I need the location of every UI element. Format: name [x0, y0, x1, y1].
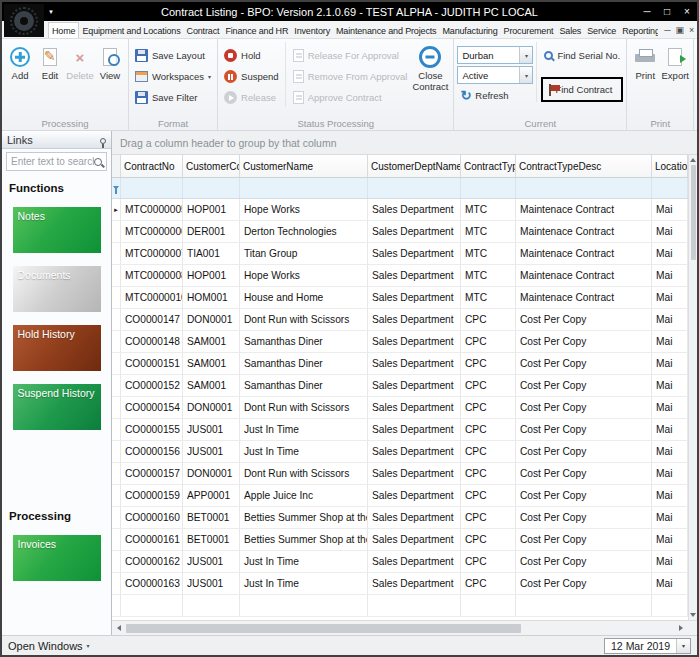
table-row[interactable]: CO0000162JUS001Just In TimeSales Departm…	[112, 551, 688, 573]
scroll-left-button[interactable]	[114, 625, 124, 631]
workspaces-button[interactable]: Workspaces ▾	[132, 67, 214, 86]
mdi-minimize-button[interactable]: ─	[664, 25, 670, 35]
close-contract-button[interactable]: Close Contract	[410, 42, 450, 93]
table-row[interactable]: CO0000161BET0001Betties Summer Shop at t…	[112, 529, 688, 551]
cell-contractno: CO0000154	[121, 397, 183, 418]
vertical-scroll-thumb[interactable]	[691, 165, 696, 260]
tab-procurement[interactable]: Procurement	[501, 23, 557, 38]
close-button[interactable]: ×	[677, 6, 697, 17]
print-button[interactable]: Print	[630, 42, 660, 82]
table-row[interactable]: MTC0000007TIA001Titan GroupSales Departm…	[112, 243, 688, 265]
scroll-up-button[interactable]	[690, 155, 696, 165]
save-icon	[135, 91, 148, 104]
horizontal-scrollbar[interactable]	[112, 620, 697, 635]
column-header-locatio[interactable]: Locatio	[652, 155, 688, 177]
tab-equipment-and-locations[interactable]: Equipment and Locations	[79, 23, 183, 38]
remove-from-approval-button[interactable]: Remove From Approval	[290, 67, 411, 86]
filter-cell-contracttypedesc[interactable]	[516, 178, 652, 198]
filter-cell-customername[interactable]	[240, 178, 368, 198]
tab-service[interactable]: Service	[584, 23, 619, 38]
tab-inventory[interactable]: Inventory	[291, 23, 333, 38]
tab-contract[interactable]: Contract	[184, 23, 223, 38]
table-row[interactable]: CO0000152SAM001Samanthas DinerSales Depa…	[112, 375, 688, 397]
tile-suspend-history[interactable]: Suspend History	[13, 384, 101, 430]
maximize-button[interactable]: □	[657, 6, 677, 17]
tile-invoices[interactable]: Invoices	[13, 535, 101, 581]
hold-button[interactable]: Hold	[221, 46, 282, 65]
tab-reporting[interactable]: Reporting	[619, 23, 663, 38]
refresh-icon: ↻	[460, 89, 471, 102]
table-row[interactable]: MTC0000006DER001Derton TechnologiesSales…	[112, 221, 688, 243]
horizontal-scroll-thumb[interactable]	[126, 624, 521, 633]
delete-label: Delete	[66, 71, 93, 82]
status-dropdown-button[interactable]: ▾	[519, 67, 532, 83]
approve-contract-button[interactable]: Approve Contract	[290, 88, 411, 107]
table-row[interactable]: CO0000163JUS001Just In TimeSales Departm…	[112, 573, 688, 595]
save-layout-button[interactable]: Save Layout	[132, 46, 214, 65]
statusbar: Open Windows ▾ 12 Mar 2019 ▾	[2, 635, 697, 655]
filter-cell-contracttype[interactable]	[461, 178, 516, 198]
table-row[interactable]: CO0000155JUS001Just In TimeSales Departm…	[112, 419, 688, 441]
refresh-button[interactable]: ↻ Refresh	[457, 86, 533, 105]
find-contract-highlight-box: Find Contract	[541, 77, 623, 102]
tab-maintenance-and-projects[interactable]: Maintenance and Projects	[333, 23, 439, 38]
table-row[interactable]: CO0000159APP0001Apple Juice IncSales Dep…	[112, 485, 688, 507]
open-windows-dropdown[interactable]: Open Windows ▾	[8, 640, 90, 652]
date-picker[interactable]: 12 Mar 2019 ▾	[604, 638, 691, 654]
tile-documents[interactable]: Documents	[13, 266, 101, 312]
column-header-customername[interactable]: CustomerName	[240, 155, 368, 177]
branch-select[interactable]: Durban ▾	[457, 46, 533, 64]
scroll-down-button[interactable]	[690, 610, 696, 620]
cell-customerdeptname: Sales Department	[368, 331, 461, 352]
table-row[interactable]: ►MTC0000005HOP001Hope WorksSales Departm…	[112, 199, 688, 221]
table-row[interactable]: CO0000156JUS001Just In TimeSales Departm…	[112, 441, 688, 463]
tab-home[interactable]: Home	[48, 22, 79, 38]
column-header-customerdeptname[interactable]: CustomerDeptName	[368, 155, 461, 177]
date-dropdown-button[interactable]: ▾	[676, 639, 690, 653]
tab-manufacturing[interactable]: Manufacturing	[439, 23, 500, 38]
column-header-contracttype[interactable]: ContractType	[461, 155, 516, 177]
edit-button[interactable]: Edit	[35, 42, 65, 82]
branch-dropdown-button[interactable]: ▾	[519, 47, 532, 63]
mdi-close-button[interactable]: ×	[689, 25, 694, 35]
table-row[interactable]: CO0000157DON0001Dont Run with ScissorsSa…	[112, 463, 688, 485]
quick-access-dropdown-icon[interactable]: ▼	[48, 9, 54, 15]
table-row[interactable]: CO0000160BET0001Betties Summer Shop at t…	[112, 507, 688, 529]
table-row[interactable]: MTC0000010HOM001House and HomeSales Depa…	[112, 287, 688, 309]
search-input[interactable]	[11, 156, 94, 167]
table-row[interactable]: MTC0000008HOP001Hope WorksSales Departme…	[112, 265, 688, 287]
tile-hold-history[interactable]: Hold History	[13, 325, 101, 371]
tile-notes[interactable]: Notes	[13, 207, 101, 253]
pin-button[interactable]	[100, 134, 106, 146]
view-button[interactable]: View	[95, 42, 125, 82]
filter-cell-locatio[interactable]	[652, 178, 688, 198]
tab-sales[interactable]: Sales	[556, 23, 584, 38]
column-header-customercode[interactable]: CustomerCode	[183, 155, 240, 177]
filter-cell-customercode[interactable]	[183, 178, 240, 198]
delete-button[interactable]: × Delete	[65, 42, 95, 82]
vertical-scrollbar[interactable]	[688, 155, 697, 620]
release-button[interactable]: Release	[221, 88, 282, 107]
save-filter-button[interactable]: Save Filter	[132, 88, 214, 107]
group-by-panel[interactable]: Drag a column header to group by that co…	[112, 131, 697, 155]
hold-label: Hold	[241, 50, 261, 61]
status-select[interactable]: Active ▾	[457, 66, 533, 84]
filter-cell-customerdeptname[interactable]	[368, 178, 461, 198]
suspend-button[interactable]: Suspend	[221, 67, 282, 86]
scroll-right-button[interactable]	[676, 625, 686, 631]
export-button[interactable]: Export	[660, 42, 690, 82]
add-button[interactable]: Add	[5, 42, 35, 82]
column-header-contractno[interactable]: ContractNo	[121, 155, 183, 177]
release-for-approval-button[interactable]: Release For Approval	[290, 46, 411, 65]
table-row[interactable]: CO0000151SAM001Samanthas DinerSales Depa…	[112, 353, 688, 375]
table-row[interactable]: CO0000147DON0001Dont Run with ScissorsSa…	[112, 309, 688, 331]
minimize-button[interactable]: ─	[637, 6, 657, 17]
find-contract-button[interactable]: Find Contract	[546, 80, 618, 99]
table-row[interactable]: CO0000148SAM001Samanthas DinerSales Depa…	[112, 331, 688, 353]
mdi-restore-button[interactable]: ▣	[676, 25, 684, 35]
find-serial-button[interactable]: Find Serial No.	[541, 46, 623, 65]
tab-finance-and-hr[interactable]: Finance and HR	[222, 23, 291, 38]
filter-cell-contractno[interactable]	[121, 178, 183, 198]
column-header-contracttypedesc[interactable]: ContractTypeDesc	[516, 155, 652, 177]
table-row[interactable]: CO0000154DON0001Dont Run with ScissorsSa…	[112, 397, 688, 419]
